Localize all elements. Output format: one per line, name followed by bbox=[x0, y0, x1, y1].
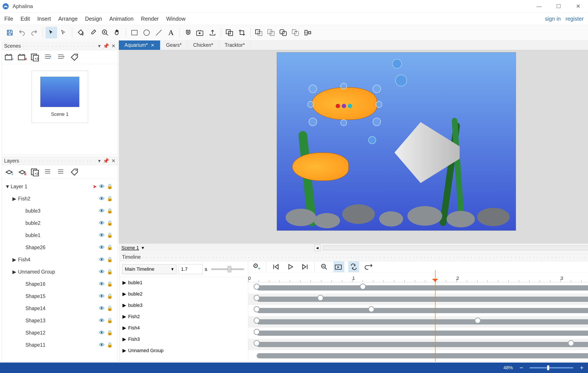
timeline-lane[interactable] bbox=[248, 350, 588, 362]
crop-icon[interactable] bbox=[236, 27, 248, 39]
return-icon[interactable] bbox=[363, 261, 374, 272]
lock-icon[interactable]: 🔒 bbox=[107, 245, 115, 250]
duplicate-layer-icon[interactable]: ×2 bbox=[30, 167, 41, 178]
timeline-track[interactable]: ▶Fish3 bbox=[120, 334, 248, 345]
layer-tag-icon[interactable] bbox=[69, 167, 80, 178]
tab-close-icon[interactable]: ✕ bbox=[151, 43, 155, 48]
ellipse-tool-icon[interactable] bbox=[141, 27, 152, 39]
combine-icon[interactable] bbox=[224, 27, 236, 39]
add-scene-icon[interactable]: + bbox=[4, 52, 15, 63]
lock-icon[interactable]: 🔒 bbox=[107, 281, 115, 287]
timeline-track[interactable]: ▶Fish2 bbox=[120, 311, 248, 322]
visibility-eye-icon[interactable]: 👁 bbox=[99, 183, 107, 190]
visibility-eye-icon[interactable]: 👁 bbox=[99, 195, 107, 202]
timeline-lane[interactable] bbox=[248, 328, 588, 339]
menu-edit[interactable]: Edit bbox=[21, 16, 30, 22]
loop-icon[interactable] bbox=[348, 261, 359, 272]
align-icon[interactable] bbox=[302, 27, 314, 39]
timeline-time-input[interactable]: 1.7 bbox=[178, 264, 202, 274]
window-minimize[interactable]: — bbox=[529, 0, 549, 12]
layer-row[interactable]: Shape11👁🔒 bbox=[2, 339, 118, 351]
expand-arrow-icon[interactable]: ▶ bbox=[12, 196, 18, 202]
lock-icon[interactable]: 🔒 bbox=[107, 232, 115, 238]
redo-icon[interactable] bbox=[28, 27, 40, 39]
panel-close-icon[interactable]: ✕ bbox=[111, 43, 116, 49]
keyframe[interactable] bbox=[254, 284, 260, 290]
preview-mode-icon[interactable] bbox=[334, 261, 344, 272]
visibility-eye-icon[interactable]: 👁 bbox=[99, 342, 107, 348]
layer-row[interactable]: buble3👁🔒 bbox=[2, 205, 118, 217]
timeline-selector[interactable]: Main Timeline▾ bbox=[122, 264, 176, 274]
expand-arrow-icon[interactable]: ▶ bbox=[123, 280, 128, 286]
add-layer-icon[interactable]: + bbox=[4, 167, 15, 178]
window-maximize[interactable]: ☐ bbox=[549, 0, 568, 12]
layer-row[interactable]: ▶Fish2👁🔒 bbox=[2, 192, 118, 205]
rectangle-tool-icon[interactable] bbox=[128, 27, 140, 39]
subtract-icon[interactable] bbox=[265, 27, 277, 39]
keyframe[interactable] bbox=[254, 295, 260, 301]
lock-icon[interactable]: 🔒 bbox=[107, 220, 115, 226]
visibility-eye-icon[interactable]: 👁 bbox=[99, 208, 107, 214]
pan-hand-icon[interactable] bbox=[111, 27, 123, 39]
window-close[interactable]: ✕ bbox=[568, 0, 588, 12]
expand-arrow-icon[interactable]: ▶ bbox=[123, 336, 128, 342]
scene-list1-icon[interactable] bbox=[43, 52, 54, 63]
layer-row[interactable]: Shape13👁🔒 bbox=[2, 314, 118, 327]
lock-icon[interactable]: 🔒 bbox=[107, 208, 115, 214]
media-icon[interactable] bbox=[194, 27, 206, 39]
select-tool-icon[interactable] bbox=[45, 27, 57, 39]
line-tool-icon[interactable] bbox=[153, 27, 165, 39]
layer-row[interactable]: Shape16👁🔒 bbox=[2, 278, 118, 290]
timeline-zoom-icon[interactable] bbox=[319, 261, 330, 272]
expand-arrow-icon[interactable]: ▶ bbox=[123, 314, 128, 320]
zoom-out-icon[interactable]: − bbox=[519, 364, 523, 372]
zoom-in-icon[interactable]: + bbox=[580, 364, 584, 372]
menu-animation[interactable]: Animation bbox=[109, 16, 134, 22]
go-start-icon[interactable] bbox=[270, 261, 281, 272]
timeline-lane[interactable] bbox=[248, 316, 588, 328]
layer-order1-icon[interactable] bbox=[43, 167, 54, 178]
timeline-lane[interactable] bbox=[248, 339, 588, 350]
visibility-eye-icon[interactable]: 👁 bbox=[99, 232, 107, 239]
keyframe[interactable] bbox=[254, 318, 260, 324]
eyedropper-icon[interactable] bbox=[87, 27, 99, 39]
signin-link[interactable]: sign in bbox=[545, 16, 561, 22]
expand-arrow-icon[interactable]: ▶ bbox=[12, 269, 18, 275]
fish2-shape[interactable] bbox=[312, 87, 377, 120]
canvas-area[interactable] bbox=[119, 50, 588, 243]
canvas[interactable] bbox=[277, 52, 516, 231]
layer-row[interactable]: ▶Fish4👁🔒 bbox=[2, 254, 118, 266]
go-end-icon[interactable] bbox=[300, 261, 311, 272]
timeline-lane[interactable] bbox=[248, 294, 588, 305]
timeline-lane[interactable] bbox=[248, 282, 588, 294]
keyframe[interactable] bbox=[317, 295, 324, 301]
lock-icon[interactable]: 🔒 bbox=[107, 318, 115, 323]
lock-icon[interactable]: 🔒 bbox=[107, 293, 115, 299]
layer-row[interactable]: buble1👁🔒 bbox=[2, 229, 118, 241]
layer-row[interactable]: Shape26👁🔒 bbox=[2, 241, 118, 254]
magnet-icon[interactable] bbox=[182, 27, 194, 39]
keyframe[interactable] bbox=[254, 329, 260, 335]
lock-icon[interactable]: 🔒 bbox=[107, 257, 115, 262]
timeline-track[interactable]: ▶Fish4 bbox=[120, 322, 248, 334]
lock-icon[interactable]: 🔒 bbox=[107, 342, 115, 348]
menu-design[interactable]: Design bbox=[85, 16, 102, 22]
lock-icon[interactable]: 🔒 bbox=[107, 184, 115, 189]
direct-select-tool-icon[interactable] bbox=[58, 27, 69, 39]
fish3-shape[interactable] bbox=[292, 153, 349, 181]
timeline-track[interactable]: ▶Unnamed Group bbox=[120, 345, 248, 356]
visibility-eye-icon[interactable]: 👁 bbox=[99, 330, 107, 336]
keyframe[interactable] bbox=[254, 306, 260, 312]
timeline-track[interactable]: ▶buble1 bbox=[120, 277, 248, 288]
expand-arrow-icon[interactable]: ▶ bbox=[123, 302, 128, 308]
visibility-eye-icon[interactable]: 👁 bbox=[99, 244, 107, 251]
layer-row[interactable]: buble2👁🔒 bbox=[2, 217, 118, 229]
doc-tab[interactable]: Tracktor* bbox=[219, 41, 251, 50]
exclude-icon[interactable] bbox=[290, 27, 302, 39]
delete-scene-icon[interactable]: ✕ bbox=[17, 52, 28, 63]
add-keyframe-icon[interactable]: + bbox=[251, 261, 262, 272]
pin-icon[interactable]: 📌 bbox=[103, 43, 109, 49]
menu-render[interactable]: Render bbox=[141, 16, 159, 22]
keyframe[interactable] bbox=[360, 284, 366, 290]
visibility-eye-icon[interactable]: 👁 bbox=[99, 317, 107, 324]
